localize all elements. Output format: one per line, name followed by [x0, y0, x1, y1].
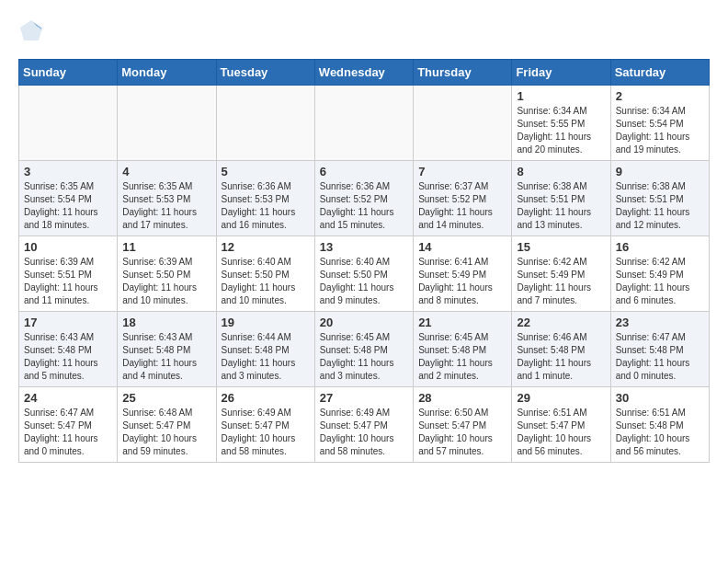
day-info: Sunrise: 6:39 AM Sunset: 5:51 PM Dayligh… [24, 256, 112, 307]
calendar-week-row: 10Sunrise: 6:39 AM Sunset: 5:51 PM Dayli… [19, 236, 710, 312]
calendar-cell [314, 86, 413, 161]
day-header-sunday: Sunday [19, 60, 118, 86]
day-number: 1 [517, 89, 605, 103]
day-header-saturday: Saturday [610, 60, 709, 86]
day-info: Sunrise: 6:49 AM Sunset: 5:47 PM Dayligh… [222, 407, 310, 458]
day-number: 24 [24, 391, 112, 405]
logo [18, 18, 48, 44]
calendar-cell: 19Sunrise: 6:44 AM Sunset: 5:48 PM Dayli… [216, 312, 314, 387]
calendar-cell: 6Sunrise: 6:36 AM Sunset: 5:52 PM Daylig… [314, 161, 413, 236]
calendar-cell: 23Sunrise: 6:47 AM Sunset: 5:48 PM Dayli… [610, 312, 709, 387]
day-number: 27 [320, 391, 408, 405]
day-info: Sunrise: 6:42 AM Sunset: 5:49 PM Dayligh… [616, 256, 704, 307]
calendar-cell: 10Sunrise: 6:39 AM Sunset: 5:51 PM Dayli… [19, 236, 118, 312]
day-number: 12 [222, 240, 310, 254]
calendar-cell [216, 86, 314, 161]
calendar-week-row: 24Sunrise: 6:47 AM Sunset: 5:47 PM Dayli… [19, 387, 710, 463]
page-header [18, 18, 710, 44]
day-info: Sunrise: 6:45 AM Sunset: 5:48 PM Dayligh… [418, 331, 506, 383]
day-info: Sunrise: 6:41 AM Sunset: 5:49 PM Dayligh… [418, 256, 506, 307]
calendar-cell: 24Sunrise: 6:47 AM Sunset: 5:47 PM Dayli… [19, 387, 118, 463]
day-number: 3 [24, 165, 112, 178]
calendar-week-row: 17Sunrise: 6:43 AM Sunset: 5:48 PM Dayli… [19, 312, 710, 387]
calendar-cell: 1Sunrise: 6:34 AM Sunset: 5:55 PM Daylig… [512, 86, 610, 161]
calendar-cell: 14Sunrise: 6:41 AM Sunset: 5:49 PM Dayli… [414, 236, 512, 312]
calendar-table: SundayMondayTuesdayWednesdayThursdayFrid… [18, 59, 710, 463]
day-info: Sunrise: 6:34 AM Sunset: 5:55 PM Dayligh… [517, 105, 605, 156]
calendar-cell: 25Sunrise: 6:48 AM Sunset: 5:47 PM Dayli… [118, 387, 216, 463]
day-number: 30 [616, 391, 704, 405]
day-header-wednesday: Wednesday [314, 60, 413, 86]
day-number: 9 [616, 165, 704, 178]
calendar-cell: 13Sunrise: 6:40 AM Sunset: 5:50 PM Dayli… [314, 236, 413, 312]
calendar-cell: 4Sunrise: 6:35 AM Sunset: 5:53 PM Daylig… [118, 161, 216, 236]
calendar-cell: 26Sunrise: 6:49 AM Sunset: 5:47 PM Dayli… [216, 387, 314, 463]
day-number: 23 [616, 316, 704, 329]
day-info: Sunrise: 6:44 AM Sunset: 5:48 PM Dayligh… [222, 331, 310, 383]
day-number: 5 [222, 165, 310, 178]
day-number: 22 [517, 316, 605, 329]
calendar-cell: 21Sunrise: 6:45 AM Sunset: 5:48 PM Dayli… [414, 312, 512, 387]
calendar-cell: 22Sunrise: 6:46 AM Sunset: 5:48 PM Dayli… [512, 312, 610, 387]
day-number: 21 [418, 316, 506, 329]
day-number: 7 [418, 165, 506, 178]
day-number: 8 [517, 165, 605, 178]
day-header-thursday: Thursday [414, 60, 512, 86]
calendar-cell: 16Sunrise: 6:42 AM Sunset: 5:49 PM Dayli… [610, 236, 709, 312]
day-info: Sunrise: 6:42 AM Sunset: 5:49 PM Dayligh… [517, 256, 605, 307]
calendar-week-row: 3Sunrise: 6:35 AM Sunset: 5:54 PM Daylig… [19, 161, 710, 236]
day-header-friday: Friday [512, 60, 610, 86]
calendar-cell: 11Sunrise: 6:39 AM Sunset: 5:50 PM Dayli… [118, 236, 216, 312]
day-number: 10 [24, 240, 112, 254]
day-info: Sunrise: 6:49 AM Sunset: 5:47 PM Dayligh… [320, 407, 408, 458]
day-number: 28 [418, 391, 506, 405]
day-info: Sunrise: 6:38 AM Sunset: 5:51 PM Dayligh… [616, 180, 704, 232]
day-header-monday: Monday [118, 60, 216, 86]
day-info: Sunrise: 6:34 AM Sunset: 5:54 PM Dayligh… [616, 105, 704, 156]
day-number: 11 [122, 240, 210, 254]
calendar-cell: 2Sunrise: 6:34 AM Sunset: 5:54 PM Daylig… [610, 86, 709, 161]
day-header-tuesday: Tuesday [216, 60, 314, 86]
calendar-cell: 28Sunrise: 6:50 AM Sunset: 5:47 PM Dayli… [414, 387, 512, 463]
day-number: 20 [320, 316, 408, 329]
day-number: 25 [122, 391, 210, 405]
day-info: Sunrise: 6:35 AM Sunset: 5:54 PM Dayligh… [24, 180, 112, 232]
day-number: 4 [122, 165, 210, 178]
day-info: Sunrise: 6:47 AM Sunset: 5:48 PM Dayligh… [616, 331, 704, 383]
calendar-cell: 5Sunrise: 6:36 AM Sunset: 5:53 PM Daylig… [216, 161, 314, 236]
calendar-week-row: 1Sunrise: 6:34 AM Sunset: 5:55 PM Daylig… [19, 86, 710, 161]
day-number: 13 [320, 240, 408, 254]
day-info: Sunrise: 6:50 AM Sunset: 5:47 PM Dayligh… [418, 407, 506, 458]
day-info: Sunrise: 6:51 AM Sunset: 5:48 PM Dayligh… [616, 407, 704, 458]
day-number: 2 [616, 89, 704, 103]
day-number: 19 [222, 316, 310, 329]
logo-icon [18, 18, 44, 44]
calendar-cell: 9Sunrise: 6:38 AM Sunset: 5:51 PM Daylig… [610, 161, 709, 236]
calendar-cell: 12Sunrise: 6:40 AM Sunset: 5:50 PM Dayli… [216, 236, 314, 312]
day-info: Sunrise: 6:36 AM Sunset: 5:52 PM Dayligh… [320, 180, 408, 232]
calendar-cell: 30Sunrise: 6:51 AM Sunset: 5:48 PM Dayli… [610, 387, 709, 463]
calendar-cell [19, 86, 118, 161]
calendar-header-row: SundayMondayTuesdayWednesdayThursdayFrid… [19, 60, 710, 86]
day-number: 16 [616, 240, 704, 254]
day-info: Sunrise: 6:51 AM Sunset: 5:47 PM Dayligh… [517, 407, 605, 458]
day-number: 17 [24, 316, 112, 329]
day-info: Sunrise: 6:46 AM Sunset: 5:48 PM Dayligh… [517, 331, 605, 383]
calendar-cell: 8Sunrise: 6:38 AM Sunset: 5:51 PM Daylig… [512, 161, 610, 236]
day-number: 15 [517, 240, 605, 254]
day-info: Sunrise: 6:40 AM Sunset: 5:50 PM Dayligh… [222, 256, 310, 307]
svg-marker-0 [20, 20, 42, 40]
day-info: Sunrise: 6:36 AM Sunset: 5:53 PM Dayligh… [222, 180, 310, 232]
calendar-cell [414, 86, 512, 161]
calendar-cell: 20Sunrise: 6:45 AM Sunset: 5:48 PM Dayli… [314, 312, 413, 387]
calendar-cell: 15Sunrise: 6:42 AM Sunset: 5:49 PM Dayli… [512, 236, 610, 312]
day-number: 6 [320, 165, 408, 178]
day-info: Sunrise: 6:40 AM Sunset: 5:50 PM Dayligh… [320, 256, 408, 307]
day-info: Sunrise: 6:37 AM Sunset: 5:52 PM Dayligh… [418, 180, 506, 232]
calendar-cell: 29Sunrise: 6:51 AM Sunset: 5:47 PM Dayli… [512, 387, 610, 463]
day-number: 18 [122, 316, 210, 329]
calendar-cell: 17Sunrise: 6:43 AM Sunset: 5:48 PM Dayli… [19, 312, 118, 387]
day-info: Sunrise: 6:43 AM Sunset: 5:48 PM Dayligh… [24, 331, 112, 383]
day-info: Sunrise: 6:45 AM Sunset: 5:48 PM Dayligh… [320, 331, 408, 383]
calendar-cell [118, 86, 216, 161]
